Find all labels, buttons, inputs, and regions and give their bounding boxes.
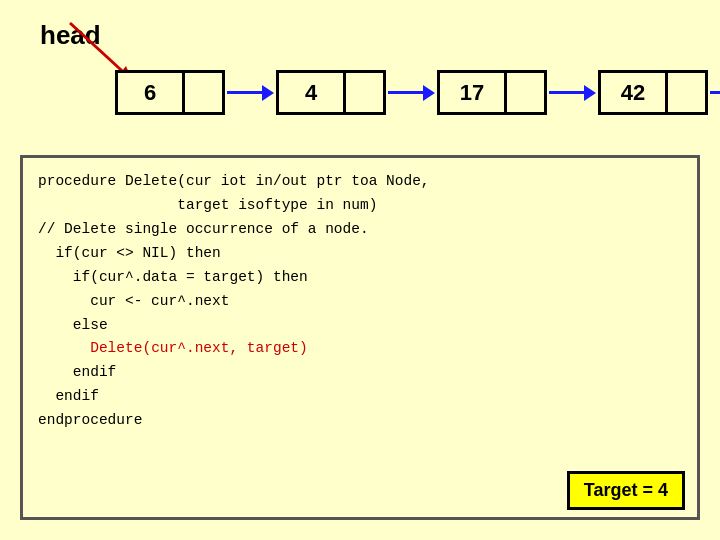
arrow-4 (710, 91, 720, 94)
connector-17 (507, 70, 547, 115)
code-line-1: procedure Delete(cur iot in/out ptr toa … (38, 173, 430, 356)
arrow-2 (388, 85, 435, 101)
node-17: 17 (437, 70, 507, 115)
node-42: 42 (598, 70, 668, 115)
connector-4 (346, 70, 386, 115)
then-keyword-2: then (273, 269, 308, 285)
connector-6 (185, 70, 225, 115)
code-line-end: endif endif endprocedure (38, 364, 142, 428)
then-keyword-1: then (186, 245, 221, 261)
arrow-3 (549, 85, 596, 101)
code-recursive-call: Delete(cur^.next, target) (90, 340, 308, 356)
target-badge: Target = 4 (567, 471, 685, 510)
main-container: head 6 4 17 (0, 0, 720, 540)
code-content: procedure Delete(cur iot in/out ptr toa … (38, 170, 682, 433)
node-6: 6 (115, 70, 185, 115)
code-box: procedure Delete(cur iot in/out ptr toa … (20, 155, 700, 520)
arrow-1 (227, 85, 274, 101)
linked-list: 6 4 17 42 (115, 70, 720, 115)
connector-42 (668, 70, 708, 115)
node-4: 4 (276, 70, 346, 115)
